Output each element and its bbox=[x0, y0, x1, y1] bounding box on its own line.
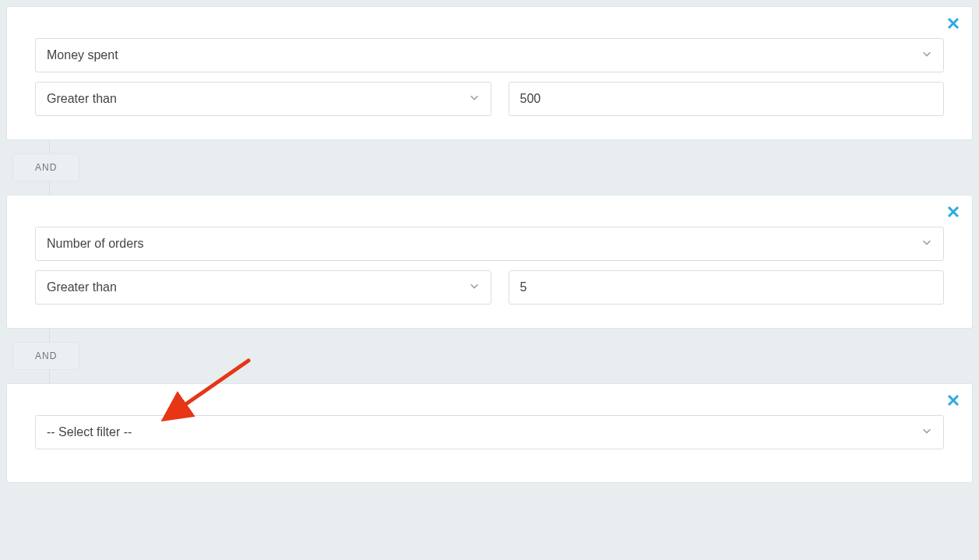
filter-card: Number of orders Greater than bbox=[6, 195, 973, 329]
filter-attribute-select[interactable]: Money spent bbox=[35, 38, 944, 72]
filter-operator-select[interactable]: Greater than bbox=[35, 270, 491, 305]
chevron-down-icon bbox=[469, 92, 480, 106]
close-button[interactable] bbox=[944, 13, 963, 35]
filter-value-input[interactable] bbox=[509, 270, 945, 305]
close-button[interactable] bbox=[944, 202, 963, 224]
filter-value-input[interactable] bbox=[509, 82, 945, 116]
filter-connector: AND bbox=[6, 329, 973, 383]
and-label: AND bbox=[35, 162, 57, 173]
filter-attribute-select[interactable]: -- Select filter -- bbox=[35, 415, 944, 449]
and-label: AND bbox=[35, 350, 57, 361]
close-icon bbox=[947, 393, 960, 410]
close-icon bbox=[947, 16, 960, 33]
select-value: Greater than bbox=[47, 92, 117, 106]
select-value: Greater than bbox=[47, 280, 117, 294]
chevron-down-icon bbox=[921, 237, 932, 251]
filter-card: Money spent Greater than bbox=[6, 6, 973, 140]
select-value: Money spent bbox=[47, 48, 118, 62]
filter-operator-select[interactable]: Greater than bbox=[35, 82, 491, 116]
close-icon bbox=[947, 204, 960, 221]
select-value: Number of orders bbox=[47, 237, 144, 251]
chevron-down-icon bbox=[921, 48, 932, 62]
chevron-down-icon bbox=[469, 280, 480, 294]
chevron-down-icon bbox=[921, 425, 932, 439]
close-button[interactable] bbox=[944, 390, 963, 412]
and-operator-badge[interactable]: AND bbox=[12, 342, 79, 370]
filter-card: -- Select filter -- bbox=[6, 383, 973, 483]
filter-attribute-select[interactable]: Number of orders bbox=[35, 227, 944, 261]
filter-connector: AND bbox=[6, 140, 973, 195]
and-operator-badge[interactable]: AND bbox=[12, 153, 79, 181]
select-value: -- Select filter -- bbox=[47, 425, 132, 439]
